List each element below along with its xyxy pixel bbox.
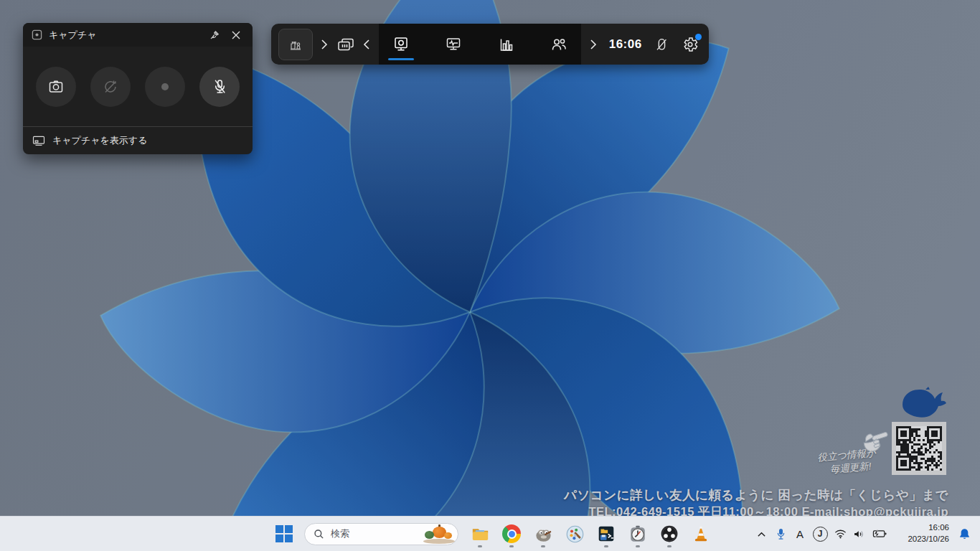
pointer-hidden-indicator[interactable] [654, 36, 669, 53]
ime-mode-indicator[interactable]: A [791, 519, 809, 548]
close-icon [231, 30, 241, 40]
taskbar-center-group: 検索 [270, 517, 717, 551]
show-all-captures-button[interactable]: キャプチャを表示する [23, 126, 253, 154]
whale-logo [897, 385, 947, 422]
scroll-right-button[interactable] [590, 39, 597, 50]
audio-widget-icon [445, 36, 462, 53]
wallpaper-promo-line1: パソコンに詳しい友人に頼るように 困った時は「くじらや」まで [564, 486, 948, 504]
game-bar-right-section: 16:06 [581, 24, 709, 65]
capture-widget-icon [392, 36, 410, 53]
screenshot-button[interactable] [36, 67, 76, 107]
wifi-icon [834, 529, 847, 539]
looking-for-group-widget-toggle[interactable] [542, 24, 575, 65]
taskbar-app-vlc[interactable] [685, 518, 717, 550]
capture-widget-body [23, 47, 253, 126]
taskbar-app-clock[interactable] [622, 518, 654, 550]
capture-widget-window: キャプチャ [23, 23, 253, 154]
taskbar-search-box[interactable]: 検索 [304, 523, 458, 545]
capture-widget-toggle[interactable] [385, 24, 418, 65]
notification-center-button[interactable] [953, 519, 976, 548]
tray-date: 2023/10/26 [893, 534, 949, 545]
performance-widget-icon [498, 36, 515, 53]
taskbar-app-chrome[interactable] [496, 518, 527, 550]
pin-icon [209, 29, 220, 41]
microphone-toggle-button[interactable] [199, 67, 240, 107]
close-widget-button[interactable] [225, 25, 247, 45]
capture-widget-titlebar[interactable]: キャプチャ [23, 23, 253, 47]
volume-status-button[interactable] [849, 519, 868, 548]
game-bar-home-button[interactable] [278, 29, 313, 60]
capture-widget-logo-icon [32, 29, 42, 40]
taskbar-app-text-editor[interactable] [590, 518, 622, 550]
running-indicator [667, 545, 672, 547]
game-bar-clock: 16:06 [609, 37, 642, 52]
taskbar: 検索 [0, 516, 980, 551]
chevron-right-icon [321, 39, 328, 50]
record-dot-icon [156, 78, 174, 95]
hidden-icons-button[interactable] [752, 519, 771, 548]
widget-menu-button[interactable] [336, 36, 355, 53]
gallery-icon [32, 135, 45, 146]
wallpaper-note: 役立つ情報が 毎週更新! [817, 447, 878, 478]
wifi-status-button[interactable] [831, 519, 849, 548]
scroll-widgets-right-button[interactable] [321, 39, 328, 50]
search-daily-image-pumpkins [420, 524, 458, 545]
game-bar-settings-button[interactable] [682, 36, 699, 53]
search-placeholder: 検索 [331, 527, 420, 540]
game-pieces-icon [288, 37, 303, 52]
circled-j-icon: J [813, 527, 828, 542]
windows-logo-icon [275, 525, 293, 542]
chevron-left-icon [363, 39, 370, 50]
record-last-30s-disabled-icon [102, 78, 119, 95]
gimp-icon [534, 524, 553, 544]
battery-charging-icon [872, 529, 887, 539]
start-button[interactable] [270, 518, 298, 550]
microphone-in-use-indicator[interactable] [771, 519, 791, 548]
obs-studio-icon [660, 524, 679, 543]
start-recording-button[interactable] [145, 67, 185, 107]
taskbar-app-paint[interactable] [559, 518, 590, 550]
file-explorer-icon [471, 524, 490, 544]
game-bar-toolbar: 16:06 [271, 24, 709, 65]
audio-widget-toggle[interactable] [437, 24, 470, 65]
mouse-pointer-slash-icon [654, 36, 669, 53]
vlc-icon [692, 524, 710, 543]
qr-code-modules [896, 426, 942, 471]
running-indicator [604, 545, 608, 547]
scroll-widgets-left-button[interactable] [363, 39, 370, 50]
running-indicator [636, 545, 640, 547]
desktop-screen: パソコンに詳しい友人に頼るように 困った時は「くじらや」まで TEL:042-6… [0, 0, 980, 551]
people-icon [550, 36, 568, 53]
taskbar-app-gimp[interactable] [527, 518, 559, 550]
chevron-right-icon [590, 39, 597, 50]
game-bar-widget-strip [379, 24, 581, 65]
tray-time: 16:06 [893, 522, 949, 534]
clock-app-icon [628, 524, 647, 543]
running-indicator [541, 545, 545, 547]
show-all-captures-label: キャプチャを表示する [52, 134, 147, 147]
speaker-icon [853, 529, 865, 540]
text-editor-icon [597, 524, 616, 543]
chrome-icon [502, 524, 521, 543]
running-indicator [478, 545, 482, 547]
battery-status-button[interactable] [868, 519, 890, 548]
qr-module [940, 468, 942, 471]
taskbar-app-file-explorer[interactable] [464, 518, 496, 550]
record-last-30s-button[interactable] [90, 67, 131, 107]
taskbar-app-obs[interactable] [654, 518, 685, 550]
capture-widget-title: キャプチャ [49, 29, 204, 42]
game-bar-left-section [271, 24, 379, 65]
camera-icon [47, 78, 65, 95]
performance-widget-toggle[interactable] [490, 24, 523, 65]
tray-app-j-button[interactable]: J [809, 519, 831, 548]
chevron-up-icon [757, 531, 766, 537]
system-tray: A J [752, 517, 976, 551]
search-icon [314, 529, 324, 540]
tray-clock[interactable]: 16:06 2023/10/26 [893, 522, 949, 545]
widget-menu-icon [336, 36, 355, 53]
settings-notification-dot [695, 34, 702, 40]
microphone-muted-icon [211, 77, 229, 95]
pin-widget-button[interactable] [204, 25, 225, 45]
paint-palette-icon [565, 524, 585, 544]
notification-bell-icon [958, 527, 971, 541]
